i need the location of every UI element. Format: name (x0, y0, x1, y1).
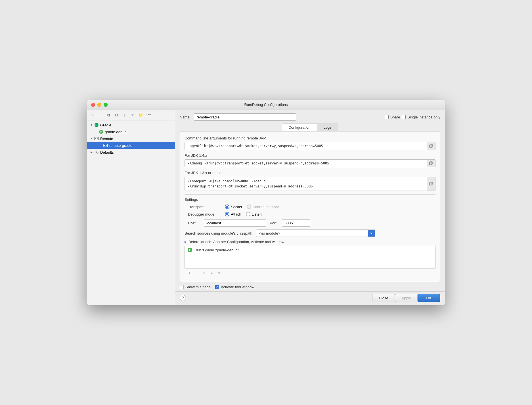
jdk13-copy-button[interactable] (427, 177, 435, 191)
gradle-debug-arrow (94, 130, 98, 134)
module-label: Search sources using module's classpath: (185, 231, 253, 235)
jdk14-input[interactable] (185, 159, 427, 167)
attach-radio (225, 212, 229, 216)
close-button[interactable]: Close (372, 294, 395, 302)
jdk14-row (185, 159, 435, 167)
cmdline-copy-button[interactable] (427, 142, 435, 150)
jdk13-label: For JDK 1.3.x or earlier (185, 171, 435, 175)
tabs-row: Configuration Logs (180, 124, 440, 131)
remove-config-button[interactable]: − (97, 112, 104, 118)
svg-rect-5 (95, 138, 96, 139)
listen-radio (246, 212, 250, 216)
copy-icon-2 (429, 161, 433, 165)
settings-divider (185, 194, 435, 195)
folder-button[interactable]: 📁 (137, 112, 144, 118)
jdk14-field-wrap (185, 159, 427, 167)
launch-add-button[interactable]: + (186, 270, 193, 276)
gradle-debug-label: gradle-debug (105, 130, 127, 134)
sidebar-item-gradle[interactable]: ▼ G Gradle (87, 122, 175, 128)
ok-button[interactable]: OK (418, 294, 440, 302)
share-checkbox[interactable] (385, 115, 389, 119)
activate-window-label: Activate tool window (221, 285, 254, 289)
tab-logs[interactable]: Logs (317, 124, 338, 131)
settings-config-button[interactable]: ⚙ (113, 112, 120, 118)
copy-icon-3 (429, 182, 433, 186)
cmdline-field-wrap (185, 142, 427, 150)
share-label: Share (390, 115, 400, 119)
svg-rect-8 (104, 145, 105, 146)
attach-label: Attach (231, 212, 241, 216)
module-row: Search sources using module's classpath:… (185, 229, 435, 237)
settings-title: Settings (185, 197, 435, 202)
svg-point-9 (106, 145, 107, 146)
port-input[interactable] (282, 219, 310, 227)
help-icon: ? (182, 296, 184, 300)
jdk13-row: -Xnoagent -Djava.compiler=NONE -Xdebug -… (185, 177, 435, 191)
module-select-wrap: <no module> (256, 229, 375, 237)
help-button[interactable]: ? (180, 295, 186, 301)
move-down-button[interactable]: ▼ (129, 112, 136, 118)
socket-option[interactable]: Socket (225, 204, 242, 209)
sidebar-item-defaults[interactable]: ▶ Defaults (87, 149, 175, 156)
move-up-button[interactable]: ▲ (121, 112, 128, 118)
shared-memory-label: Shared memory (253, 205, 279, 209)
gradle-debug-icon (99, 129, 104, 134)
activate-window-group: ✓ Activate tool window (215, 285, 254, 289)
close-traffic-light[interactable] (91, 103, 95, 107)
launch-move-up-button[interactable]: ▲ (208, 270, 215, 276)
before-launch-arrow: ▶ (185, 240, 187, 243)
single-instance-label: Single instance only (407, 115, 440, 119)
launch-move-down-button[interactable]: ▼ (216, 270, 223, 276)
attach-option[interactable]: Attach (225, 212, 241, 216)
sidebar-item-remote-gradle[interactable]: remote-gradle (87, 142, 175, 149)
jdk14-label: For JDK 1.4.x (185, 153, 435, 158)
transport-radio-group: Socket Shared memory (225, 204, 279, 209)
jdk13-textarea[interactable]: -Xnoagent -Djava.compiler=NONE -Xdebug -… (185, 177, 427, 191)
name-input[interactable] (194, 113, 296, 121)
remote-gradle-label: remote-gradle (109, 143, 132, 148)
defaults-icon (94, 150, 99, 155)
activate-window-checkbox[interactable]: ✓ (215, 285, 219, 289)
show-page-checkbox[interactable] (180, 285, 184, 289)
sidebar-tree: ▼ G Gradle (87, 120, 175, 305)
sidebar-toolbar: + − ⧉ ⚙ ▲ ▼ 📁 ↕az (87, 110, 175, 120)
remote-group-label: Remote (100, 137, 113, 141)
transport-row: Transport: Socket Shared memory (185, 204, 435, 209)
host-label: Host: (188, 221, 199, 225)
launch-remove-button[interactable]: − (194, 270, 200, 276)
show-page-group: Show this page (180, 285, 211, 289)
host-input[interactable] (204, 219, 266, 227)
svg-rect-17 (430, 183, 432, 185)
add-config-button[interactable]: + (89, 112, 96, 118)
gradle-icon: G (94, 122, 99, 128)
sidebar-item-remote-group[interactable]: ▼ Remote (87, 135, 175, 142)
minimize-traffic-light[interactable] (97, 103, 101, 107)
show-page-label: Show this page (185, 285, 211, 289)
window-title: Run/Debug Configurations (244, 103, 288, 107)
listen-option[interactable]: Listen (246, 212, 262, 216)
launch-edit-button[interactable]: ✏ (201, 270, 208, 276)
cmdline-input[interactable] (185, 142, 427, 150)
shared-memory-option[interactable]: Shared memory (247, 204, 279, 209)
titlebar: Run/Debug Configurations (87, 100, 445, 110)
module-dropdown-button[interactable] (368, 230, 375, 237)
apply-button[interactable]: Apply (395, 294, 418, 302)
defaults-expand-arrow: ▶ (89, 150, 93, 154)
jdk14-copy-button[interactable] (427, 159, 435, 167)
tab-configuration[interactable]: Configuration (282, 124, 317, 131)
sidebar-item-gradle-debug[interactable]: gradle-debug (87, 128, 175, 135)
svg-point-11 (96, 152, 97, 153)
maximize-traffic-light[interactable] (104, 103, 108, 107)
config-area: Name: Share Single instance only Configu… (175, 110, 445, 291)
debugger-mode-row: Debugger mode: Attach Listen (185, 212, 435, 216)
remote-group-icon (94, 136, 99, 141)
svg-rect-13 (430, 145, 432, 147)
remote-expand-arrow: ▼ (89, 137, 93, 141)
host-port-row: Host: Port: (185, 219, 435, 227)
single-instance-checkbox[interactable] (402, 115, 406, 119)
copy-config-button[interactable]: ⧉ (105, 112, 112, 118)
right-panel: Name: Share Single instance only Configu… (175, 110, 445, 305)
sort-button[interactable]: ↕az (145, 112, 152, 118)
svg-point-6 (97, 138, 98, 139)
remote-gradle-icon (103, 143, 108, 148)
